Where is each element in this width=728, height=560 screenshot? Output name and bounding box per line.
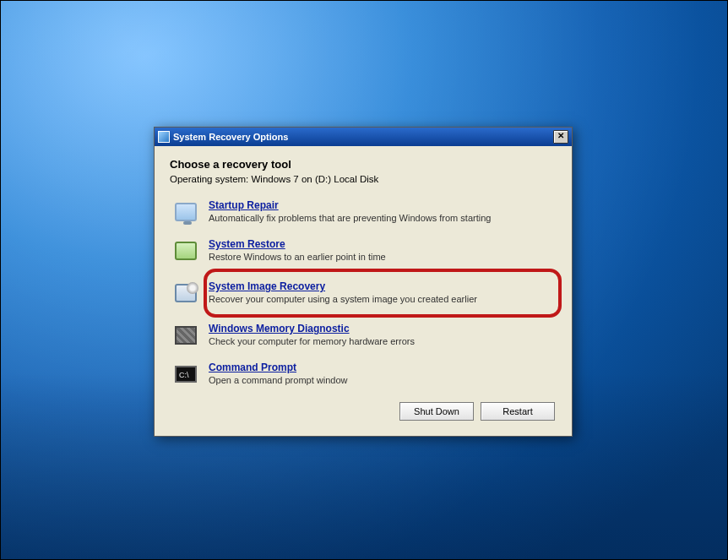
tool-list: Startup Repair Automatically fix problem… — [170, 193, 557, 394]
os-info: Operating system: Windows 7 on (D:) Loca… — [170, 174, 557, 184]
startup-repair-link[interactable]: Startup Repair — [209, 199, 279, 211]
titlebar[interactable]: System Recovery Options ✕ — [155, 128, 572, 146]
tool-system-restore: System Restore Restore Windows to an ear… — [170, 231, 557, 270]
system-image-recovery-icon — [171, 279, 200, 307]
close-button[interactable]: ✕ — [553, 130, 568, 144]
system-image-recovery-link[interactable]: System Image Recovery — [209, 280, 325, 292]
tool-memory-diagnostic: Windows Memory Diagnostic Check your com… — [170, 316, 557, 355]
page-heading: Choose a recovery tool — [170, 158, 557, 171]
memory-diagnostic-desc: Check your computer for memory hardware … — [209, 336, 555, 346]
restart-button[interactable]: Restart — [481, 402, 555, 421]
tool-startup-repair: Startup Repair Automatically fix problem… — [170, 193, 557, 231]
startup-repair-icon — [171, 198, 200, 226]
system-recovery-window: System Recovery Options ✕ Choose a recov… — [154, 127, 573, 437]
memory-diagnostic-link[interactable]: Windows Memory Diagnostic — [209, 323, 350, 334]
system-restore-desc: Restore Windows to an earlier point in t… — [209, 252, 555, 262]
system-image-recovery-desc: Recover your computer using a system ima… — [209, 294, 555, 304]
startup-repair-desc: Automatically fix problems that are prev… — [209, 213, 555, 223]
client-area: Choose a recovery tool Operating system:… — [155, 146, 572, 436]
memory-diagnostic-icon — [171, 321, 200, 350]
tool-system-image-recovery: System Image Recovery Recover your compu… — [170, 270, 557, 316]
system-restore-link[interactable]: System Restore — [209, 238, 285, 250]
command-prompt-icon: C:\ — [171, 360, 200, 389]
command-prompt-link[interactable]: Command Prompt — [209, 362, 296, 373]
system-restore-icon — [171, 237, 200, 265]
button-row: Shut Down Restart — [170, 394, 557, 424]
tool-command-prompt: C:\ Command Prompt Open a command prompt… — [170, 355, 557, 394]
shutdown-button[interactable]: Shut Down — [399, 402, 474, 421]
command-prompt-desc: Open a command prompt window — [209, 375, 555, 385]
window-title: System Recovery Options — [173, 132, 553, 142]
app-icon — [158, 131, 170, 143]
